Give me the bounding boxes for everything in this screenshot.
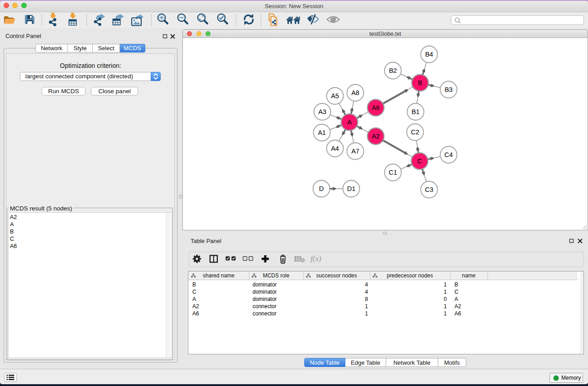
svg-text:A7: A7 (351, 148, 359, 155)
svg-text:A6: A6 (372, 104, 380, 111)
svg-text:C: C (417, 157, 422, 165)
svg-text:A1: A1 (318, 129, 326, 136)
svg-text:C2: C2 (411, 129, 420, 136)
svg-text:A3: A3 (318, 108, 326, 115)
svg-text:A8: A8 (351, 89, 359, 96)
svg-text:C4: C4 (445, 151, 453, 158)
svg-text:A5: A5 (331, 92, 339, 100)
svg-text:C1: C1 (389, 169, 397, 176)
svg-text:C3: C3 (425, 186, 434, 193)
svg-text:B1: B1 (411, 108, 420, 115)
svg-text:B: B (418, 79, 422, 86)
svg-text:A4: A4 (331, 145, 339, 152)
svg-text:B2: B2 (389, 67, 397, 74)
svg-text:A2: A2 (372, 133, 380, 140)
svg-text:B3: B3 (445, 86, 453, 93)
svg-text:D1: D1 (347, 185, 356, 192)
svg-text:D: D (319, 185, 324, 192)
svg-text:A: A (347, 119, 352, 126)
svg-text:B4: B4 (425, 51, 433, 58)
